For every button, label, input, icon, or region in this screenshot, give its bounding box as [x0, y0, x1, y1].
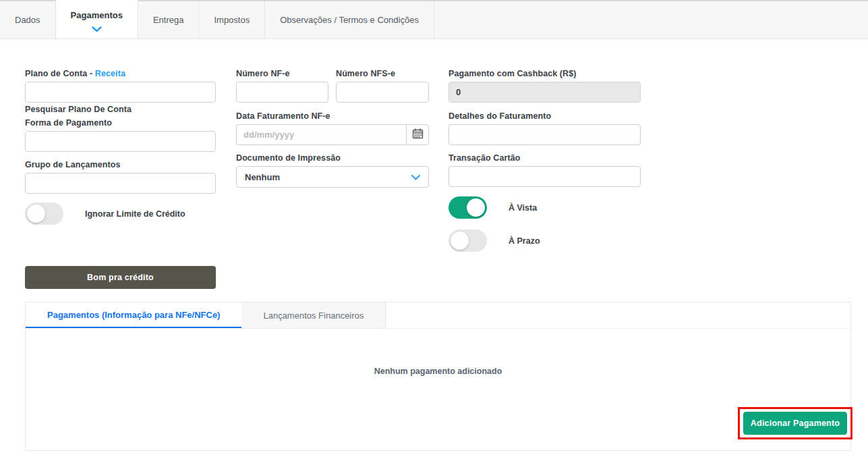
receita-link[interactable]: Receita — [95, 69, 125, 78]
field-documento-impressao: Documento de Impressão Nenhum — [236, 153, 429, 188]
data-faturamento-label: Data Faturamento NF-e — [236, 111, 429, 121]
field-numero-nfe: Número NF-e — [236, 69, 328, 103]
numero-nfe-input[interactable] — [236, 82, 328, 103]
field-forma-de-pagamento: Forma de Pagamento — [25, 118, 216, 152]
field-cashback: Pagamento com Cashback (R$) — [449, 69, 641, 103]
ignorar-limite-toggle[interactable] — [25, 203, 63, 225]
a-vista-toggle[interactable] — [449, 196, 487, 219]
tab-lancamentos-financeiros[interactable]: Lançamentos Financeiros — [241, 302, 386, 328]
cashback-label: Pagamento com Cashback (R$) — [449, 69, 641, 78]
plano-de-conta-input[interactable] — [25, 82, 216, 103]
tab-lancamentos-financeiros-label: Lançamentos Financeiros — [263, 311, 364, 321]
calendar-icon — [412, 128, 424, 142]
documento-impressao-select[interactable]: Nenhum — [236, 166, 429, 188]
detalhes-faturamento-label: Detalhes do Faturamento — [449, 111, 641, 121]
toggle-knob — [467, 198, 485, 217]
pesquisar-plano-label: Pesquisar Plano De Conta — [25, 105, 216, 114]
calendar-button[interactable] — [406, 124, 429, 145]
a-prazo-row: À Prazo — [449, 230, 540, 252]
chevron-down-icon — [92, 24, 102, 34]
bom-pra-credito-button[interactable]: Bom pra crédito — [25, 266, 216, 289]
payments-panel-tabs: Pagamentos (Informação para NFe/NFCe) La… — [26, 302, 850, 329]
forma-de-pagamento-label: Forma de Pagamento — [25, 118, 216, 128]
tab-dados[interactable]: Dados — [0, 1, 56, 38]
field-numero-nfse: Número NFS-e — [336, 69, 429, 103]
field-plano-de-conta: Plano de Conta - Receita — [25, 69, 216, 103]
tab-pagamentos-nfe[interactable]: Pagamentos (Informação para NFe/NFCe) — [26, 302, 241, 328]
tab-entrega[interactable]: Entrega — [138, 1, 200, 38]
grupo-de-lancamentos-input[interactable] — [25, 173, 216, 194]
a-vista-row: À Vista — [449, 196, 537, 219]
cashback-input — [449, 82, 641, 103]
tab-impostos-label: Impostos — [214, 15, 250, 25]
adicionar-pagamento-button[interactable]: Adicionar Pagamento — [743, 412, 847, 435]
grupo-de-lancamentos-label: Grupo de Lançamentos — [25, 160, 216, 169]
a-vista-label: À Vista — [509, 203, 537, 213]
empty-payments-message: Nenhum pagamento adicionado — [26, 367, 850, 376]
tab-dados-label: Dados — [15, 15, 40, 25]
chevron-down-icon — [411, 171, 420, 183]
plano-de-conta-label: Plano de Conta - Receita — [25, 69, 216, 78]
pesquisar-plano-de-conta[interactable]: Pesquisar Plano De Conta — [25, 105, 216, 114]
red-highlight-box: Adicionar Pagamento — [738, 407, 852, 439]
transacao-cartao-input[interactable] — [449, 166, 641, 187]
documento-impressao-label: Documento de Impressão — [236, 153, 429, 163]
detalhes-faturamento-input[interactable] — [449, 124, 641, 145]
field-grupo-de-lancamentos: Grupo de Lançamentos — [25, 160, 216, 194]
field-data-faturamento: Data Faturamento NF-e — [236, 111, 429, 145]
ignorar-limite-label: Ignorar Limite de Crédito — [85, 209, 185, 219]
data-faturamento-group — [236, 124, 429, 145]
top-tab-bar: Dados Pagamentos Entrega Impostos Observ… — [0, 0, 868, 39]
transacao-cartao-label: Transação Cartão — [449, 153, 641, 163]
a-prazo-toggle[interactable] — [449, 230, 487, 252]
tab-entrega-label: Entrega — [153, 15, 184, 25]
documento-impressao-value: Nenhum — [245, 172, 280, 182]
toggle-knob — [27, 205, 45, 223]
numero-nfe-label: Número NF-e — [236, 69, 328, 78]
tab-pagamentos[interactable]: Pagamentos — [56, 0, 138, 38]
tab-pagamentos-label: Pagamentos — [71, 10, 123, 20]
field-transacao-cartao: Transação Cartão — [449, 153, 641, 187]
field-detalhes-faturamento: Detalhes do Faturamento — [449, 111, 641, 145]
toggle-knob — [451, 232, 469, 250]
tab-observacoes-label: Observações / Termos e Condições — [280, 15, 419, 25]
payments-panel: Pagamentos (Informação para NFe/NFCe) La… — [25, 302, 851, 451]
a-prazo-label: À Prazo — [509, 236, 540, 246]
tab-pagamentos-nfe-label: Pagamentos (Informação para NFe/NFCe) — [47, 310, 220, 320]
numero-nfse-label: Número NFS-e — [336, 69, 429, 78]
ignorar-limite-row: Ignorar Limite de Crédito — [25, 203, 185, 225]
tab-observacoes[interactable]: Observações / Termos e Condições — [265, 1, 434, 38]
numero-nfse-input[interactable] — [336, 82, 429, 103]
tab-impostos[interactable]: Impostos — [199, 1, 265, 38]
forma-de-pagamento-input[interactable] — [25, 131, 216, 152]
data-faturamento-input[interactable] — [236, 124, 406, 145]
